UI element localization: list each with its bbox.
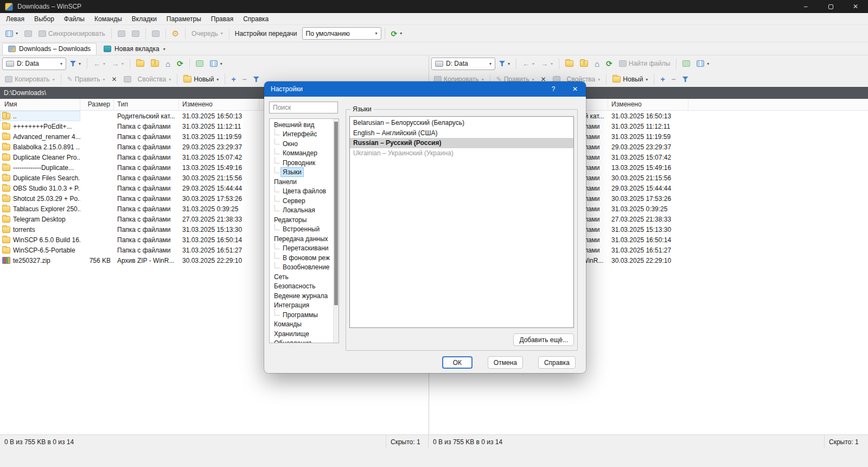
- tree-item-network[interactable]: Сеть: [270, 272, 333, 282]
- tree-item-commander[interactable]: Коммандер: [270, 149, 333, 159]
- tree-item-resume[interactable]: Возобновление: [270, 263, 333, 273]
- ok-button[interactable]: ОК: [442, 356, 473, 369]
- tree-item-file-colors[interactable]: Цвета файлов: [270, 187, 333, 197]
- forward-button[interactable]: →▾: [109, 59, 126, 69]
- compare-button[interactable]: [129, 29, 142, 39]
- menu-files[interactable]: Файлы: [59, 13, 90, 25]
- console-button[interactable]: [115, 29, 128, 39]
- tree-item-updates[interactable]: Обновления: [270, 339, 333, 343]
- home-button[interactable]: ⌂: [163, 58, 173, 70]
- minimize-button[interactable]: –: [793, 0, 818, 13]
- drive-combo[interactable]: D: Data ▾: [2, 58, 66, 70]
- menu-mark[interactable]: Выбор: [29, 13, 59, 25]
- edit-button[interactable]: ✎Править▾: [65, 74, 108, 85]
- scrollbar-thumb[interactable]: [334, 122, 338, 305]
- sync-browsing-button[interactable]: [22, 29, 35, 39]
- column-modified[interactable]: Изменено: [179, 99, 259, 110]
- menu-left[interactable]: Левая: [1, 13, 29, 25]
- tree-toggle-button[interactable]: [193, 59, 206, 68]
- tree-scrollbar[interactable]: [333, 119, 339, 343]
- tree-item-appearance[interactable]: Внешний вид: [270, 120, 333, 130]
- menu-commands[interactable]: Команды: [90, 13, 127, 25]
- new-tab-button[interactable]: Новая вкладка ▾: [98, 43, 171, 55]
- tree-item-languages[interactable]: Языки: [270, 168, 333, 178]
- tree-toggle-button[interactable]: [680, 59, 693, 68]
- parent-directory-button[interactable]: [577, 59, 591, 68]
- tree-item-explorer[interactable]: Проводник: [270, 158, 333, 168]
- tree-item-internal-editor[interactable]: Встроенный: [270, 225, 333, 235]
- drive-combo[interactable]: D: Data ▾: [431, 58, 495, 70]
- tab-downloads[interactable]: Downloads – Downloads: [2, 43, 97, 55]
- tree-item-transfer[interactable]: Передача данных: [270, 234, 333, 244]
- view-style-button[interactable]: ▾: [694, 59, 712, 68]
- tree-item-storage[interactable]: Хранилище: [270, 329, 333, 339]
- copy-button[interactable]: Копировать▾: [2, 74, 58, 85]
- column-size[interactable]: Размер: [80, 99, 114, 110]
- menu-help[interactable]: Справка: [238, 13, 273, 25]
- maximize-button[interactable]: [818, 0, 843, 13]
- refresh-session-button[interactable]: ⟳▾: [388, 28, 405, 39]
- tree-item-background[interactable]: В фоновом реж: [270, 253, 333, 263]
- cancel-button[interactable]: Отмена: [488, 356, 523, 369]
- language-english[interactable]: English – Английский (США): [350, 128, 573, 138]
- add-more-button[interactable]: Добавить ещё...: [513, 333, 574, 346]
- tree-item-remote[interactable]: Сервер: [270, 196, 333, 206]
- tree-item-commands[interactable]: Команды: [270, 320, 333, 330]
- tree-item-panels[interactable]: Панели: [270, 177, 333, 187]
- right-status-hidden[interactable]: Скрыто: 1: [825, 435, 868, 449]
- close-button[interactable]: ✕: [843, 0, 868, 13]
- open-directory-button[interactable]: [563, 59, 576, 68]
- refresh-button[interactable]: ⟳: [174, 58, 186, 69]
- back-button[interactable]: ←▾: [91, 59, 108, 69]
- rename-button[interactable]: [121, 74, 134, 84]
- remove-filter-button[interactable]: −: [240, 74, 250, 85]
- tree-item-local[interactable]: Локальная: [270, 206, 333, 216]
- parent-directory-button[interactable]: [148, 59, 162, 68]
- tree-item-editors[interactable]: Редакторы: [270, 215, 333, 225]
- panel-filter-button[interactable]: [251, 75, 262, 84]
- column-name[interactable]: Имя: [0, 99, 80, 110]
- tree-item-integration[interactable]: Интеграция: [270, 301, 333, 311]
- new-button[interactable]: Новый▾: [610, 74, 650, 85]
- find-files-button[interactable]: Найти файлы: [616, 58, 673, 69]
- language-belarusian[interactable]: Belarusian – Белорусский (Беларусь): [350, 118, 573, 128]
- properties-button[interactable]: Свойства▾: [135, 74, 174, 85]
- open-directory-button[interactable]: [133, 59, 147, 68]
- panel-filter-button[interactable]: [680, 75, 691, 84]
- menu-right[interactable]: Правая: [206, 13, 238, 25]
- tree-item-drag-drop[interactable]: Перетаскивани: [270, 244, 333, 254]
- commander-view-button[interactable]: ▾: [3, 29, 21, 39]
- synchronize-button[interactable]: Синхронизировать: [36, 28, 108, 39]
- transfer-settings-combo[interactable]: По умолчанию ▾: [302, 27, 381, 40]
- dir-filter-button[interactable]: ▾: [496, 59, 513, 68]
- menu-options[interactable]: Параметры: [162, 13, 206, 25]
- home-button[interactable]: ⌂: [592, 58, 602, 70]
- menu-tabs[interactable]: Вкладки: [127, 13, 162, 25]
- tree-item-interface[interactable]: Интерфейс: [270, 130, 333, 140]
- dialog-close-button[interactable]: ✕: [564, 81, 586, 97]
- refresh-button[interactable]: ⟳: [603, 58, 615, 69]
- tree-item-security[interactable]: Безопасность: [270, 282, 333, 292]
- column-modified[interactable]: Изменено: [608, 99, 688, 110]
- session-button[interactable]: [149, 29, 162, 39]
- settings-search-input[interactable]: [269, 102, 338, 113]
- new-button[interactable]: Новый▾: [181, 74, 221, 85]
- delete-button[interactable]: ✕: [109, 74, 120, 84]
- language-russian[interactable]: Russian – Русский (Россия): [350, 138, 573, 148]
- tree-item-applications[interactable]: Программы: [270, 310, 333, 320]
- column-type[interactable]: Тип: [114, 99, 179, 110]
- view-style-button[interactable]: ▾: [207, 59, 225, 68]
- language-ukrainian[interactable]: Ukrainian – Украинский (Украина): [350, 148, 573, 159]
- back-button[interactable]: ←▾: [520, 59, 537, 69]
- preferences-button[interactable]: ⚙: [169, 28, 182, 39]
- dir-filter-button[interactable]: ▾: [67, 59, 84, 68]
- forward-button[interactable]: →▾: [538, 59, 556, 69]
- dialog-help-button[interactable]: ?: [542, 81, 564, 97]
- tree-item-logging[interactable]: Ведение журнала: [270, 291, 333, 301]
- remove-filter-button[interactable]: −: [669, 74, 679, 85]
- help-button[interactable]: Справка: [538, 356, 576, 369]
- tree-item-window[interactable]: Окно: [270, 139, 333, 149]
- left-status-hidden[interactable]: Скрыто: 1: [386, 435, 429, 449]
- add-filter-button[interactable]: +: [228, 74, 238, 85]
- add-filter-button[interactable]: +: [658, 74, 667, 85]
